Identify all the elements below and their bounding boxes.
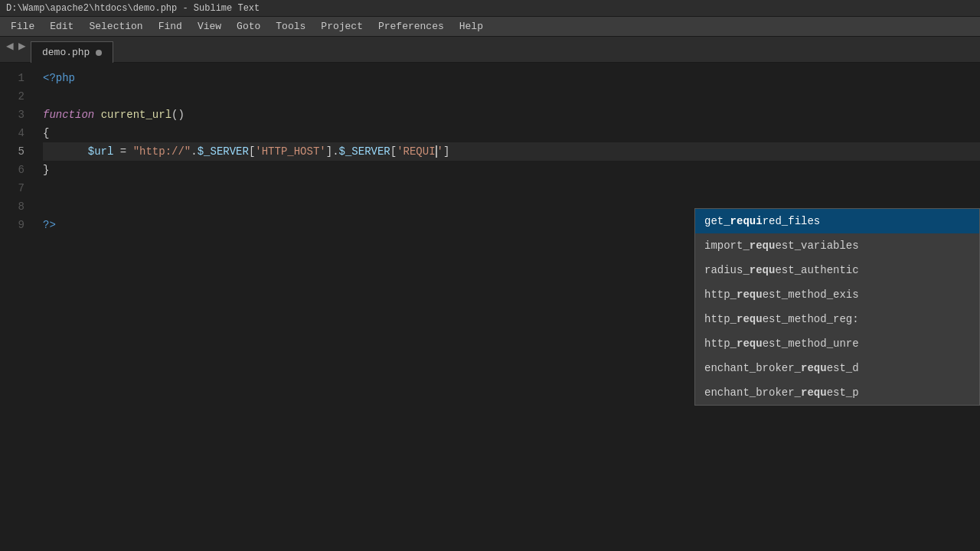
code-line-6: } <box>43 161 980 179</box>
line-num-4: 4 <box>0 124 24 142</box>
tab-bar: ◀ ▶ demo.php <box>0 37 980 63</box>
php-close-tag: ?> <box>43 216 56 234</box>
editor: 1 2 3 4 5 6 7 8 9 <?php function current… <box>0 63 980 551</box>
ac-item-5[interactable]: http_request_method_reg: <box>695 307 979 331</box>
code-line-7 <box>43 179 980 197</box>
ac-item-3[interactable]: radius_request_authentic <box>695 258 979 282</box>
menu-edit[interactable]: Edit <box>42 18 81 35</box>
ac-item-6[interactable]: http_request_method_unre <box>695 331 979 356</box>
kw-function: function <box>43 106 94 124</box>
ac-item-2[interactable]: import_request_variables <box>695 233 979 258</box>
line-num-2: 2 <box>0 87 24 106</box>
nav-right-arrow[interactable]: ▶ <box>15 37 29 55</box>
line-num-3: 3 <box>0 106 24 124</box>
autocomplete-dropdown[interactable]: get_required_files import_request_variab… <box>694 208 980 406</box>
title-text: D:\Wamp\apache2\htdocs\demo.php - Sublim… <box>6 3 260 14</box>
line-num-9: 9 <box>0 216 24 234</box>
menu-project[interactable]: Project <box>313 18 371 35</box>
tab-filename: demo.php <box>42 47 90 58</box>
line-num-5: 5 <box>0 142 24 161</box>
code-line-1: <?php <box>43 69 980 87</box>
menu-bar: File Edit Selection Find View Goto Tools… <box>0 17 980 37</box>
line-num-6: 6 <box>0 161 24 179</box>
menu-selection[interactable]: Selection <box>81 18 150 35</box>
menu-file[interactable]: File <box>3 18 42 35</box>
menu-preferences[interactable]: Preferences <box>371 18 452 35</box>
title-bar: D:\Wamp\apache2\htdocs\demo.php - Sublim… <box>0 0 980 17</box>
ac-item-8[interactable]: enchant_broker_request_p <box>695 380 979 405</box>
var-url: $url <box>88 142 114 161</box>
line-num-7: 7 <box>0 179 24 197</box>
line-numbers: 1 2 3 4 5 6 7 8 9 <box>0 63 31 551</box>
menu-help[interactable]: Help <box>452 18 491 35</box>
fn-current-url: current_url <box>101 106 172 124</box>
line-num-1: 1 <box>0 69 24 87</box>
ac-item-7[interactable]: enchant_broker_request_d <box>695 356 979 380</box>
ac-item-1[interactable]: get_required_files <box>695 209 979 233</box>
tab-demo-php[interactable]: demo.php <box>31 41 113 63</box>
nav-left-arrow[interactable]: ◀ <box>3 37 17 55</box>
tab-unsaved-indicator <box>96 50 102 56</box>
ac-item-4[interactable]: http_request_method_exis <box>695 282 979 307</box>
menu-goto[interactable]: Goto <box>229 18 268 35</box>
menu-find[interactable]: Find <box>151 18 190 35</box>
menu-view[interactable]: View <box>190 18 229 35</box>
code-line-4: { <box>43 124 980 142</box>
menu-tools[interactable]: Tools <box>268 18 313 35</box>
php-open-tag: <?php <box>43 69 75 87</box>
code-line-3: function current_url () <box>43 106 980 124</box>
code-line-2 <box>43 87 980 106</box>
code-line-5: $url = "http://" . $_SERVER [ 'HTTP_HOST… <box>43 142 980 161</box>
line-num-8: 8 <box>0 197 24 216</box>
